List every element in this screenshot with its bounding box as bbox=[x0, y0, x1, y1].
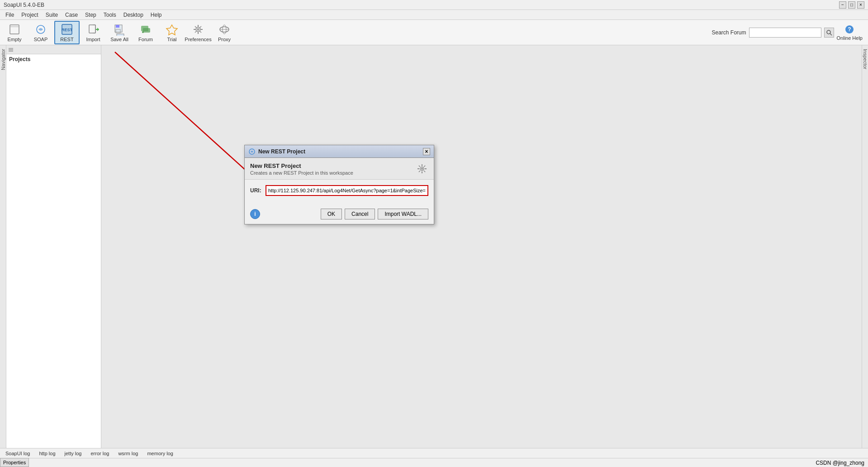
uri-input[interactable] bbox=[266, 185, 428, 196]
dialog-header-text: New REST Project Creates a new REST Proj… bbox=[250, 162, 353, 176]
inspector-label: Inspector bbox=[863, 49, 868, 69]
dialog-footer: i OK Cancel Import WADL... bbox=[245, 206, 434, 224]
online-help-button[interactable]: ? Online Help bbox=[837, 24, 863, 41]
footer-right: OK Cancel Import WADL... bbox=[321, 209, 428, 219]
annotation-arrow bbox=[101, 45, 862, 448]
new-rest-project-dialog: New REST Project × New REST Project Crea… bbox=[244, 145, 434, 224]
search-forum-label: Search Forum bbox=[711, 29, 746, 36]
import-wadl-button[interactable]: Import WADL... bbox=[378, 209, 428, 219]
svg-rect-9 bbox=[116, 25, 119, 28]
menu-file[interactable]: File bbox=[2, 11, 18, 19]
projects-toolbar bbox=[6, 45, 101, 54]
menu-desktop[interactable]: Desktop bbox=[120, 11, 147, 19]
menu-project[interactable]: Project bbox=[18, 11, 42, 19]
uri-label: URI: bbox=[250, 187, 263, 194]
menu-suite[interactable]: Suite bbox=[42, 11, 62, 19]
svg-line-45 bbox=[419, 166, 420, 167]
forum-icon bbox=[139, 23, 152, 36]
svg-line-24 bbox=[200, 26, 201, 28]
toolbar-preferences-label: Preferences bbox=[185, 37, 211, 42]
toolbar-import-button[interactable]: Import bbox=[81, 21, 106, 44]
tab-wsrm-log[interactable]: wsrm log bbox=[116, 450, 140, 457]
uri-row: URI: bbox=[250, 185, 428, 196]
proxy-icon bbox=[218, 23, 231, 36]
ok-button[interactable]: OK bbox=[321, 209, 342, 219]
toolbar-save-all-button[interactable]: Save All bbox=[107, 21, 132, 44]
toolbar-proxy-button[interactable]: Proxy bbox=[212, 21, 237, 44]
search-forum-input[interactable] bbox=[749, 28, 821, 38]
cancel-button[interactable]: Cancel bbox=[345, 209, 375, 219]
toolbar: Empty SOAP REST REST bbox=[0, 20, 868, 45]
tab-soapui-log[interactable]: SoapUI log bbox=[4, 450, 32, 457]
menu-case[interactable]: Case bbox=[62, 11, 81, 19]
svg-text:?: ? bbox=[848, 26, 851, 33]
toolbar-empty-label: Empty bbox=[7, 37, 21, 42]
toolbar-trial-button[interactable]: Trial bbox=[159, 21, 185, 44]
properties-button[interactable]: Properties bbox=[0, 458, 29, 467]
dialog-title: New REST Project bbox=[248, 148, 305, 155]
toolbar-right: Search Forum ? Online Help bbox=[711, 24, 866, 41]
close-button[interactable]: × bbox=[857, 1, 864, 9]
toolbar-rest-label: REST bbox=[60, 37, 73, 42]
preferences-icon bbox=[192, 23, 204, 36]
dialog-body: URI: bbox=[245, 180, 434, 206]
toolbar-save-all-label: Save All bbox=[110, 37, 128, 42]
tab-error-log[interactable]: error log bbox=[89, 450, 111, 457]
app-title: SoapUI 5.4.0-EB bbox=[4, 2, 44, 8]
window-controls: − □ × bbox=[839, 1, 864, 9]
toolbar-rest-button[interactable]: REST REST bbox=[54, 21, 80, 44]
minimize-button[interactable]: − bbox=[839, 1, 846, 9]
svg-line-23 bbox=[200, 31, 201, 33]
svg-rect-11 bbox=[117, 34, 124, 36]
svg-text:REST: REST bbox=[62, 28, 73, 32]
svg-rect-13 bbox=[143, 28, 150, 33]
dialog-close-button[interactable]: × bbox=[423, 148, 430, 155]
left-sidebar: Navigator bbox=[0, 45, 6, 448]
rest-icon: REST bbox=[61, 23, 73, 36]
svg-rect-6 bbox=[89, 25, 95, 33]
svg-line-47 bbox=[424, 166, 425, 167]
dialog-settings-icon[interactable] bbox=[416, 162, 428, 175]
svg-line-25 bbox=[195, 31, 196, 33]
save-all-icon bbox=[113, 23, 126, 36]
svg-line-22 bbox=[195, 26, 196, 28]
toolbar-forum-button[interactable]: Forum bbox=[133, 21, 158, 44]
svg-point-14 bbox=[142, 31, 144, 33]
status-right: CSDN @jing_zhong bbox=[816, 460, 864, 466]
navigator-label: Navigator bbox=[0, 49, 6, 70]
trial-icon bbox=[166, 23, 178, 36]
soap-icon bbox=[34, 23, 47, 36]
projects-panel: Projects bbox=[6, 45, 101, 448]
svg-point-40 bbox=[421, 168, 423, 170]
toolbar-preferences-button[interactable]: Preferences bbox=[185, 21, 211, 44]
tab-memory-log[interactable]: memory log bbox=[145, 450, 175, 457]
search-icon-button[interactable] bbox=[824, 28, 834, 38]
menu-help[interactable]: Help bbox=[147, 11, 166, 19]
projects-label: Projects bbox=[6, 54, 101, 64]
import-icon bbox=[87, 23, 100, 36]
svg-line-48 bbox=[419, 171, 420, 172]
maximize-button[interactable]: □ bbox=[848, 1, 855, 9]
toolbar-soap-label: SOAP bbox=[34, 37, 48, 42]
dialog-titlebar: New REST Project × bbox=[245, 145, 434, 158]
online-help-label: Online Help bbox=[837, 35, 863, 41]
dialog-title-icon bbox=[248, 148, 256, 155]
toolbar-soap-button[interactable]: SOAP bbox=[28, 21, 53, 44]
toolbar-empty-button[interactable]: Empty bbox=[2, 21, 27, 44]
svg-rect-0 bbox=[10, 25, 19, 34]
status-bar: Properties CSDN @jing_zhong bbox=[0, 458, 868, 467]
toolbar-proxy-label: Proxy bbox=[218, 37, 231, 42]
menu-step[interactable]: Step bbox=[81, 11, 100, 19]
svg-marker-15 bbox=[166, 25, 177, 35]
tab-jetty-log[interactable]: jetty log bbox=[63, 450, 84, 457]
empty-icon bbox=[8, 23, 21, 36]
footer-left: i bbox=[250, 209, 260, 219]
svg-line-37 bbox=[115, 52, 255, 179]
title-bar: SoapUI 5.4.0-EB − □ × bbox=[0, 0, 868, 10]
info-button[interactable]: i bbox=[250, 209, 260, 219]
menu-tools[interactable]: Tools bbox=[100, 11, 120, 19]
toolbar-import-label: Import bbox=[86, 37, 100, 42]
menu-bar: File Project Suite Case Step Tools Deskt… bbox=[0, 10, 868, 20]
dialog-header: New REST Project Creates a new REST Proj… bbox=[245, 158, 434, 180]
tab-http-log[interactable]: http log bbox=[37, 450, 57, 457]
